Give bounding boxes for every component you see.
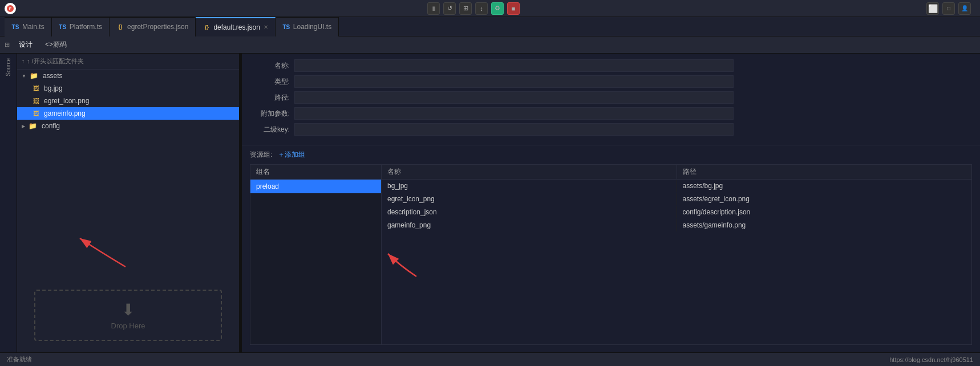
res-name-cell: bg_jpg <box>382 180 677 192</box>
tab-label: Main.ts <box>22 23 44 31</box>
prop-extra-label: 附加参数: <box>250 109 290 119</box>
empty-row <box>382 232 971 246</box>
tree-item-bg-jpg[interactable]: 🖼 bg.jpg <box>17 82 239 95</box>
activity-bar: Source <box>0 54 17 352</box>
window-maximize[interactable]: □ <box>942 2 955 15</box>
tree-item-label: gameinfo.png <box>44 109 86 117</box>
folder-icon: 📁 <box>30 72 38 80</box>
name-col-header: 名称 <box>382 165 677 179</box>
empty-row <box>382 246 971 259</box>
empty-rows <box>382 232 971 344</box>
empty-row <box>382 259 971 273</box>
tree-item-config[interactable]: ▶ 📁 config <box>17 120 239 132</box>
prop-name-input[interactable] <box>294 59 734 72</box>
ts-icon: TS <box>11 23 19 31</box>
prop-row-type: 类型: <box>250 75 972 88</box>
prop-row-path: 路径: <box>250 91 972 104</box>
file-img-icon: 🖼 <box>33 110 39 117</box>
table-row[interactable]: gameinfo_png assets/gameinfo.png <box>382 219 971 232</box>
group-col-header: 组名 <box>250 165 381 180</box>
json-icon: {} <box>116 23 124 31</box>
tree-item-assets[interactable]: ▼ 📁 assets <box>17 70 239 82</box>
res-path-cell: config/description.json <box>677 206 972 218</box>
prop-row-extra: 附加参数: <box>250 107 972 120</box>
design-mode-btn[interactable]: 设计 <box>15 39 36 51</box>
empty-row <box>382 300 971 314</box>
split-btn[interactable]: ↕ <box>475 2 488 15</box>
tree-item-label: assets <box>43 72 63 80</box>
res-path-cell: assets/egret_icon.png <box>677 193 972 205</box>
app-logo: E <box>5 3 16 14</box>
tab-close-btn[interactable]: ✕ <box>264 24 268 30</box>
tab-bar: TS Main.ts TS Platform.ts {} egretProper… <box>0 17 980 36</box>
file-tree-body: ▼ 📁 assets 🖼 bg.jpg 🖼 egret_icon.png 🖼 g… <box>17 70 239 278</box>
folder-icon: 📁 <box>29 122 37 130</box>
tab-label: Platform.ts <box>70 23 102 31</box>
tab-label: default.res.json <box>213 23 260 31</box>
toolbar-controls: ⏸ ↺ ⊞ ↕ ♻ ■ <box>427 2 520 15</box>
svg-text:E: E <box>9 7 12 11</box>
file-tree-header: ↑ ↑ /开头以匹配文件夹 <box>17 54 239 70</box>
tree-item-egret-icon[interactable]: 🖼 egret_icon.png <box>17 95 239 107</box>
sub-toolbar: ⊞ 设计 <>源码 <box>0 36 980 54</box>
prop-type-input[interactable] <box>294 75 734 88</box>
empty-row <box>382 287 971 300</box>
tree-item-label: egret_icon.png <box>44 97 89 105</box>
main-layout: Source ↑ ↑ /开头以匹配文件夹 ▼ 📁 assets 🖼 bg.jpg… <box>0 54 980 352</box>
source-mode-btn[interactable]: <>源码 <box>42 39 70 51</box>
window-minimize[interactable]: ⬜ <box>926 2 939 15</box>
refresh-btn[interactable]: ↺ <box>443 2 456 15</box>
ts-icon: TS <box>282 23 290 31</box>
drop-area[interactable]: ⬇ Drop Here <box>34 290 222 341</box>
table-row[interactable]: bg_jpg assets/bg.jpg <box>382 180 971 193</box>
run-btn[interactable]: ♻ <box>491 2 504 15</box>
res-path-cell: assets/bg.jpg <box>677 180 972 192</box>
res-name-cell: egret_icon_png <box>382 193 677 205</box>
table-row[interactable]: description_json config/description.json <box>382 206 971 219</box>
file-img-icon: 🖼 <box>33 97 39 104</box>
prop-type-label: 类型: <box>250 77 290 87</box>
tab-default-res[interactable]: {} default.res.json ✕ <box>196 17 275 36</box>
expand-arrow: ▼ <box>22 74 26 79</box>
file-tree-header-text: ↑ /开头以匹配文件夹 <box>27 57 84 66</box>
tab-egret-props[interactable]: {} egretProperties.json <box>110 17 196 36</box>
prop-name-label: 名称: <box>250 61 290 71</box>
tab-platform-ts[interactable]: TS Platform.ts <box>52 17 110 36</box>
prop-key-label: 二级key: <box>250 125 290 135</box>
source-label[interactable]: Source <box>5 58 11 76</box>
status-right: https://blog.csdn.net/hj960511 <box>889 356 973 363</box>
ts-icon: TS <box>59 23 67 31</box>
window-person[interactable]: 👤 <box>958 2 971 15</box>
stop-btn[interactable]: ■ <box>507 2 520 15</box>
path-col-header: 路径 <box>677 165 972 179</box>
group-item-preload[interactable]: preload <box>250 180 381 193</box>
title-bar: E ⏸ ↺ ⊞ ↕ ♻ ■ ⬜ □ 👤 <box>0 0 980 17</box>
res-table-header: 名称 路径 <box>382 165 971 180</box>
status-bar: 准备就绪 https://blog.csdn.net/hj960511 <box>0 352 980 366</box>
tab-main-ts[interactable]: TS Main.ts <box>5 17 52 36</box>
table-row[interactable]: egret_icon_png assets/egret_icon.png <box>382 193 971 206</box>
tree-item-label: bg.jpg <box>44 84 63 92</box>
group-list: 组名 preload <box>250 164 381 345</box>
tab-loadingui-ts[interactable]: TS LoadingUI.ts <box>276 17 339 36</box>
prop-row-name: 名称: <box>250 59 972 72</box>
add-group-btn[interactable]: ＋添加组 <box>278 150 305 160</box>
res-name-cell: gameinfo_png <box>382 219 677 231</box>
empty-row <box>382 273 971 287</box>
tree-item-label: config <box>42 122 60 130</box>
right-panel: 名称: 类型: 路径: 附加参数: 二级key: 资源组: <box>242 54 980 352</box>
prop-key-input[interactable] <box>294 123 734 136</box>
resources-section: 资源组: ＋添加组 组名 preload 名称 路径 bg_j <box>242 145 980 352</box>
resources-header: 资源组: ＋添加组 <box>250 150 972 160</box>
prop-path-label: 路径: <box>250 93 290 103</box>
drop-label: Drop Here <box>111 322 145 330</box>
res-name-cell: description_json <box>382 206 677 218</box>
prop-path-input[interactable] <box>294 91 734 104</box>
prop-extra-input[interactable] <box>294 107 734 120</box>
status-left: 准备就绪 <box>7 355 32 364</box>
layout-btn[interactable]: ⊞ <box>459 2 472 15</box>
json-icon: {} <box>203 23 210 31</box>
tree-item-gameinfo[interactable]: 🖼 gameinfo.png <box>17 107 239 120</box>
properties-section: 名称: 类型: 路径: 附加参数: 二级key: <box>242 54 980 145</box>
pause-btn[interactable]: ⏸ <box>427 2 440 15</box>
